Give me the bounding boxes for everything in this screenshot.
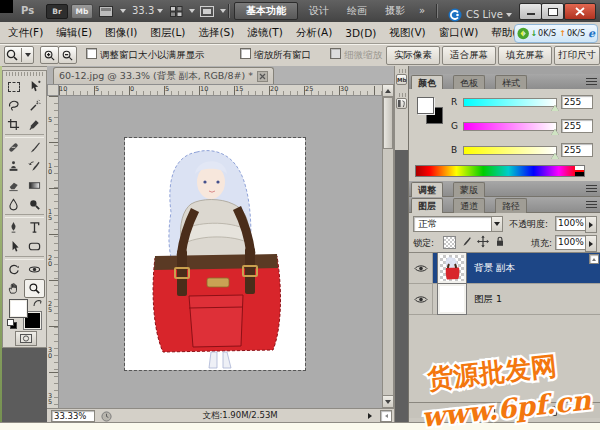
menu-file[interactable]: 文件(F) bbox=[8, 26, 43, 40]
green-slider[interactable] bbox=[463, 122, 557, 131]
history-brush-tool[interactable] bbox=[24, 157, 45, 176]
tool-preset-picker[interactable] bbox=[4, 46, 34, 64]
lock-paint-icon[interactable] bbox=[460, 235, 472, 248]
red-value-field[interactable]: 255 bbox=[561, 95, 593, 109]
link-layers-icon[interactable] bbox=[449, 404, 465, 418]
visibility-toggle[interactable] bbox=[409, 284, 433, 314]
menu-3d[interactable]: 3D(D) bbox=[345, 27, 376, 39]
ie-browser-icon[interactable]: e bbox=[588, 27, 595, 40]
rect-marquee-tool[interactable] bbox=[3, 77, 24, 96]
tab-color[interactable]: 颜色 bbox=[411, 75, 443, 90]
mini-bridge-panel-icon[interactable]: Mb bbox=[396, 74, 407, 85]
scroll-thumb[interactable] bbox=[383, 97, 393, 149]
new-group-icon[interactable] bbox=[513, 404, 529, 418]
gradient-tool[interactable] bbox=[24, 176, 45, 195]
red-slider[interactable] bbox=[463, 98, 557, 107]
workspace-more-button[interactable]: » bbox=[414, 3, 430, 19]
blur-tool[interactable] bbox=[3, 195, 24, 214]
document-tab[interactable]: 60-12.jpg @ 33.3% (背景 副本, RGB/8#) * bbox=[53, 67, 274, 85]
lock-position-icon[interactable] bbox=[477, 235, 489, 248]
layer-thumbnail[interactable] bbox=[438, 253, 466, 283]
layer-name[interactable]: 图层 1 bbox=[474, 293, 502, 306]
hscroll-left-button[interactable] bbox=[380, 410, 392, 422]
status-options-arrow[interactable] bbox=[368, 413, 372, 419]
move-tool[interactable] bbox=[24, 77, 45, 96]
view-extras-button[interactable] bbox=[99, 6, 115, 17]
mini-bridge-button[interactable]: Mb bbox=[71, 4, 93, 19]
quick-mask-button[interactable] bbox=[15, 331, 37, 346]
green-value-field[interactable]: 255 bbox=[561, 119, 593, 133]
zoom-level-control[interactable]: 33.3 bbox=[132, 0, 163, 22]
checkbox-zoom-all-windows[interactable]: 缩放所有窗口 bbox=[240, 44, 311, 66]
zoom-in-button[interactable] bbox=[40, 46, 59, 64]
vertical-scrollbar[interactable] bbox=[382, 84, 394, 408]
ruler-corner[interactable] bbox=[47, 84, 59, 96]
tab-styles[interactable]: 样式 bbox=[495, 75, 527, 90]
blend-mode-select[interactable]: 正常 bbox=[413, 216, 497, 232]
menu-window[interactable]: 窗口(W) bbox=[439, 26, 479, 40]
tab-close-icon[interactable] bbox=[257, 71, 268, 82]
visibility-toggle[interactable] bbox=[409, 253, 433, 283]
dock-header[interactable] bbox=[409, 66, 600, 74]
layer-row-background-copy[interactable]: 背景 副本 bbox=[409, 253, 600, 284]
layer-style-fx-icon[interactable]: fx bbox=[465, 404, 481, 418]
menu-edit[interactable]: 编辑(E) bbox=[56, 26, 92, 40]
lock-transparency-icon[interactable] bbox=[443, 236, 456, 249]
3d-orbit-tool[interactable] bbox=[24, 260, 45, 279]
panel-foreground-swatch[interactable] bbox=[417, 97, 434, 114]
scroll-down-button[interactable] bbox=[383, 395, 393, 407]
clone-stamp-tool[interactable] bbox=[3, 157, 24, 176]
fit-screen-button[interactable]: 适合屏幕 bbox=[442, 46, 496, 65]
menu-filter[interactable]: 滤镜(T) bbox=[247, 26, 283, 40]
blend-mode-dropdown-icon[interactable] bbox=[491, 216, 503, 232]
menu-analysis[interactable]: 分析(A) bbox=[296, 26, 332, 40]
tab-paths[interactable]: 路径 bbox=[495, 198, 527, 213]
zoom-percent-field[interactable]: 33.33% bbox=[51, 410, 95, 422]
path-select-tool[interactable] bbox=[3, 237, 24, 256]
panel-menu-icon[interactable] bbox=[586, 78, 597, 85]
print-size-button[interactable]: 打印尺寸 bbox=[554, 46, 600, 65]
checkbox-resize-windows[interactable]: 调整窗口大小以满屏显示 bbox=[86, 44, 205, 66]
clone-source-panel-icon[interactable] bbox=[396, 98, 407, 109]
fill-field[interactable]: 100% bbox=[555, 235, 587, 250]
eyedropper-tool[interactable] bbox=[24, 115, 45, 134]
fill-spinner[interactable] bbox=[585, 235, 597, 252]
hand-tool[interactable] bbox=[3, 279, 24, 298]
lock-all-icon[interactable] bbox=[494, 235, 506, 248]
menu-image[interactable]: 图像(I) bbox=[105, 26, 137, 40]
green-slider-thumb[interactable] bbox=[551, 129, 559, 135]
layer-name[interactable]: 背景 副本 bbox=[474, 262, 515, 275]
magic-wand-tool[interactable] bbox=[24, 96, 45, 115]
layer-row-layer1[interactable]: 图层 1 bbox=[409, 284, 600, 315]
actual-pixels-button[interactable]: 实际像素 bbox=[386, 46, 440, 65]
screen-mode-button[interactable] bbox=[200, 6, 214, 17]
type-tool[interactable] bbox=[24, 218, 45, 237]
bridge-button[interactable]: Br bbox=[46, 4, 68, 19]
tab-masks[interactable]: 蒙版 bbox=[453, 182, 485, 197]
adjustment-layer-icon[interactable] bbox=[497, 404, 513, 418]
workspace-tab-photography[interactable]: 摄影 bbox=[378, 3, 412, 19]
blue-slider[interactable] bbox=[463, 146, 557, 155]
toolbox-grip[interactable] bbox=[6, 72, 43, 76]
panel-menu-icon[interactable] bbox=[586, 185, 597, 192]
document-image[interactable] bbox=[125, 138, 305, 370]
close-button[interactable] bbox=[564, 3, 596, 20]
menu-view[interactable]: 视图(V) bbox=[389, 26, 425, 40]
restore-button[interactable] bbox=[541, 3, 564, 20]
minimize-button[interactable] bbox=[519, 3, 542, 20]
red-slider-thumb[interactable] bbox=[551, 105, 559, 111]
crop-tool[interactable] bbox=[3, 115, 24, 134]
list-scroll-up[interactable] bbox=[589, 254, 599, 264]
blue-slider-thumb[interactable] bbox=[551, 153, 559, 159]
pen-tool[interactable] bbox=[3, 218, 24, 237]
delete-layer-icon[interactable] bbox=[545, 404, 561, 418]
workspace-tab-essentials[interactable]: 基本功能 bbox=[234, 2, 298, 20]
tab-adjustments[interactable]: 调整 bbox=[411, 182, 443, 197]
swap-colors-icon[interactable] bbox=[32, 299, 44, 309]
canvas-area[interactable] bbox=[59, 96, 382, 408]
net-speed-widget[interactable]: ↓ 0K/S ↑ 0K/S e bbox=[514, 24, 598, 43]
opacity-spinner[interactable] bbox=[585, 216, 597, 233]
brush-tool[interactable] bbox=[24, 138, 45, 157]
rounded-rect-shape-tool[interactable] bbox=[24, 237, 45, 256]
foreground-color-swatch[interactable] bbox=[9, 299, 28, 318]
